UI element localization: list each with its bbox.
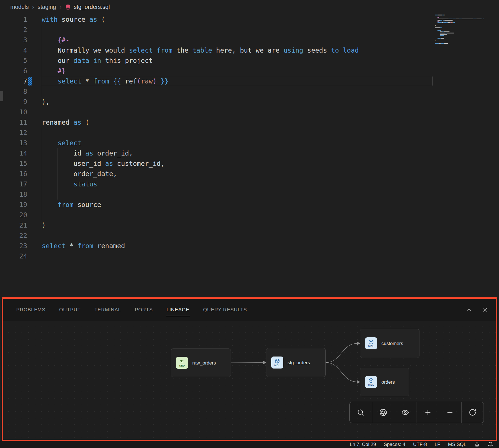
code-line-1[interactable]: 1with source as ( <box>0 14 499 25</box>
line-number[interactable]: 12 <box>0 128 42 138</box>
indent-guide <box>42 158 42 169</box>
status-eol[interactable]: LF <box>435 442 440 447</box>
zoom-out-button[interactable] <box>439 402 461 423</box>
line-number[interactable]: 5 <box>0 55 42 66</box>
code-line-13[interactable]: 13select <box>0 138 499 148</box>
zoom-in-button[interactable] <box>417 402 439 423</box>
code-line-9[interactable]: 9), <box>0 97 499 107</box>
lineage-node-stg_orders[interactable]: MDLstg_orders <box>266 348 326 377</box>
line-number[interactable]: 24 <box>0 251 42 261</box>
code-text: order_date, <box>42 169 499 179</box>
badge-label: MDL <box>274 364 280 367</box>
node-label: orders <box>381 379 395 385</box>
tab-terminal[interactable]: TERMINAL <box>94 299 121 321</box>
line-number[interactable]: 2 <box>0 25 42 35</box>
code-line-15[interactable]: 15user_id as customer_id, <box>0 158 499 169</box>
code-lines: 1with source as (23{#-4Normally we would… <box>0 14 499 261</box>
code-line-20[interactable]: 20 <box>0 210 499 220</box>
breadcrumb-item-staging[interactable]: staging <box>37 4 56 10</box>
lineage-edge-stg_orders-to-orders <box>326 363 357 382</box>
tab-query-results[interactable]: QUERY RESULTS <box>203 299 247 321</box>
line-number[interactable]: 6 <box>0 66 42 76</box>
code-line-3[interactable]: 3{#- <box>0 35 499 45</box>
line-number[interactable]: 20 <box>0 210 42 220</box>
line-number[interactable]: 16 <box>0 169 42 179</box>
copilot-icon[interactable] <box>474 442 480 447</box>
line-number[interactable]: 1 <box>0 14 42 25</box>
line-number[interactable]: 3 <box>0 35 42 45</box>
indent-guide <box>42 55 42 66</box>
collapse-panel-icon[interactable] <box>466 307 472 313</box>
code-line-11[interactable]: 11renamed as ( <box>0 117 499 128</box>
line-number[interactable]: 7 <box>0 76 42 86</box>
code-line-12[interactable]: 12 <box>0 128 499 138</box>
line-number[interactable]: 10 <box>0 107 42 117</box>
tab-lineage[interactable]: LINEAGE <box>167 299 189 321</box>
line-number[interactable]: 22 <box>0 230 42 241</box>
line-number[interactable]: 21 <box>0 220 42 230</box>
line-number[interactable]: 11 <box>0 117 42 128</box>
database-icon <box>65 4 71 10</box>
indent-guide <box>58 179 58 189</box>
line-number[interactable]: 17 <box>0 179 42 189</box>
lineage-node-raw_orders[interactable]: SEDraw_orders <box>171 349 231 377</box>
line-number[interactable]: 15 <box>0 158 42 169</box>
status-language-mode[interactable]: MS SQL <box>448 442 466 447</box>
code-text <box>42 189 499 200</box>
code-line-19[interactable]: 19from source <box>0 200 499 210</box>
panel-tab-actions <box>466 299 488 321</box>
code-line-8[interactable]: 8 <box>0 86 499 97</box>
line-number[interactable]: 4 <box>0 45 42 55</box>
status-indentation[interactable]: Spaces: 4 <box>384 442 405 447</box>
refresh-button[interactable] <box>461 402 484 423</box>
tab-ports[interactable]: PORTS <box>135 299 153 321</box>
status-encoding[interactable]: UTF-8 <box>413 442 427 447</box>
indent-guide <box>42 189 42 200</box>
code-line-16[interactable]: 16order_date, <box>0 169 499 179</box>
lineage-canvas[interactable]: SEDraw_ordersMDLstg_ordersMDLcustomersMD… <box>3 321 496 440</box>
code-line-18[interactable]: 18 <box>0 189 499 200</box>
seed-badge: SED <box>176 357 188 369</box>
code-line-22[interactable]: 22 <box>0 230 499 241</box>
line-number[interactable]: 19 <box>0 200 42 210</box>
tab-output[interactable]: OUTPUT <box>59 299 81 321</box>
node-label: raw_orders <box>192 360 216 366</box>
tab-problems[interactable]: PROBLEMS <box>16 299 45 321</box>
toggle-visibility-button[interactable] <box>394 402 417 423</box>
aperture-button[interactable] <box>372 402 395 423</box>
line-number[interactable]: 18 <box>0 189 42 200</box>
code-line-7[interactable]: 7select * from {{ ref(raw) }} <box>0 76 499 86</box>
line-number[interactable]: 23 <box>0 241 42 251</box>
badge-label: SED <box>179 364 185 367</box>
code-editor[interactable]: 1with source as (23{#-4Normally we would… <box>0 14 499 297</box>
status-cursor-position[interactable]: Ln 7, Col 29 <box>350 442 376 447</box>
code-line-4[interactable]: 4Normally we would select from the table… <box>0 45 499 55</box>
code-text: our data in this project <box>42 55 499 66</box>
close-panel-icon[interactable] <box>482 307 488 313</box>
notifications-bell-icon[interactable] <box>488 442 493 447</box>
line-number[interactable]: 13 <box>0 138 42 148</box>
code-line-2[interactable]: 2 <box>0 25 499 35</box>
search-button[interactable] <box>350 402 372 423</box>
lineage-node-customers[interactable]: MDLcustomers <box>360 329 419 358</box>
line-number[interactable]: 9 <box>0 97 42 107</box>
minimap[interactable] <box>435 14 484 45</box>
indent-guide <box>42 210 42 220</box>
code-line-10[interactable]: 10 <box>0 107 499 117</box>
sidebar-drag-handle[interactable] <box>0 91 3 101</box>
code-text: select * from {{ ref(raw) }} <box>42 76 499 86</box>
code-line-24[interactable]: 24 <box>0 251 499 261</box>
breadcrumb-file[interactable]: stg_orders.sql <box>74 4 110 10</box>
panel-tabs: PROBLEMSOUTPUTTERMINALPORTSLINEAGEQUERY … <box>3 299 496 321</box>
code-line-6[interactable]: 6#} <box>0 66 499 76</box>
code-line-5[interactable]: 5our data in this project <box>0 55 499 66</box>
line-number[interactable]: 8 <box>0 86 42 97</box>
code-line-21[interactable]: 21) <box>0 220 499 230</box>
code-line-17[interactable]: 17status <box>0 179 499 189</box>
indent-guide <box>42 66 42 76</box>
line-number[interactable]: 14 <box>0 148 42 158</box>
lineage-node-orders[interactable]: MDLorders <box>360 368 409 396</box>
breadcrumb-item-models[interactable]: models <box>10 4 29 10</box>
code-line-23[interactable]: 23select * from renamed <box>0 241 499 251</box>
code-line-14[interactable]: 14id as order_id, <box>0 148 499 158</box>
